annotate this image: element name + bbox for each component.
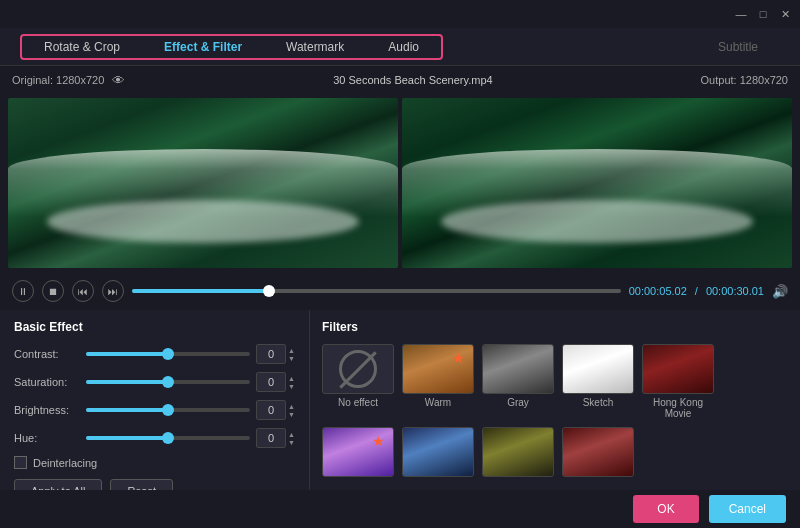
no-effect-circle (339, 350, 377, 388)
bottom-action-bar: OK Cancel (0, 490, 800, 528)
filter-label-hk: Hong Kong Movie (642, 397, 714, 419)
hue-value[interactable]: 0 (256, 428, 286, 448)
brightness-up-arrow[interactable]: ▲ (288, 403, 295, 410)
filter-thumb-row2-2 (402, 427, 474, 477)
hue-up-arrow[interactable]: ▲ (288, 431, 295, 438)
saturation-fill (86, 380, 168, 384)
video-preview (0, 94, 800, 272)
hue-thumb[interactable] (162, 432, 174, 444)
playback-bar: ⏸ ⏹ ⏮ ⏭ 00:00:05.02 / 00:00:30.01 🔊 (0, 272, 800, 310)
tab-rotate-crop[interactable]: Rotate & Crop (22, 36, 142, 58)
prev-button[interactable]: ⏮ (72, 280, 94, 302)
filter-thumb-row2-3 (482, 427, 554, 477)
maximize-button[interactable]: □ (756, 7, 770, 21)
progress-fill (132, 289, 269, 293)
saturation-thumb[interactable] (162, 376, 174, 388)
filter-thumb-gray (482, 344, 554, 394)
tab-bar: Rotate & Crop Effect & Filter Watermark … (0, 28, 800, 66)
brightness-down-arrow[interactable]: ▼ (288, 411, 295, 418)
eye-icon[interactable]: 👁 (112, 73, 125, 88)
contrast-label: Contrast: (14, 348, 86, 360)
brightness-slider[interactable] (86, 408, 250, 412)
filter-hk[interactable]: Hong Kong Movie (642, 344, 714, 419)
minimize-button[interactable]: — (734, 7, 748, 21)
deinterlace-label: Deinterlacing (33, 457, 97, 469)
time-separator: / (695, 285, 698, 297)
filter-no-effect[interactable]: No effect (322, 344, 394, 419)
progress-thumb[interactable] (263, 285, 275, 297)
deinterlace-row: Deinterlacing (14, 456, 295, 469)
filter-row2-3[interactable] (482, 427, 554, 480)
filter-label-warm: Warm (425, 397, 451, 408)
current-time: 00:00:05.02 (629, 285, 687, 297)
filter-thumb-row2-4 (562, 427, 634, 477)
brightness-fill (86, 408, 168, 412)
filter-warm[interactable]: Warm (402, 344, 474, 419)
progress-track[interactable] (132, 289, 621, 293)
saturation-up-arrow[interactable]: ▲ (288, 375, 295, 382)
filter-gray[interactable]: Gray (482, 344, 554, 419)
contrast-row: Contrast: 0 ▲ ▼ (14, 344, 295, 364)
hue-slider[interactable] (86, 436, 250, 440)
tab-audio[interactable]: Audio (366, 36, 441, 58)
contrast-value[interactable]: 0 (256, 344, 286, 364)
saturation-slider[interactable] (86, 380, 250, 384)
saturation-spinner[interactable]: ▲ ▼ (288, 375, 295, 390)
hue-spinner[interactable]: ▲ ▼ (288, 431, 295, 446)
contrast-slider[interactable] (86, 352, 250, 356)
hue-down-arrow[interactable]: ▼ (288, 439, 295, 446)
tab-watermark[interactable]: Watermark (264, 36, 366, 58)
contrast-up-arrow[interactable]: ▲ (288, 347, 295, 354)
contrast-spinner[interactable]: ▲ ▼ (288, 347, 295, 362)
title-bar: — □ ✕ (0, 0, 800, 28)
hue-label: Hue: (14, 432, 86, 444)
next-button[interactable]: ⏭ (102, 280, 124, 302)
cancel-button[interactable]: Cancel (709, 495, 786, 523)
stop-button[interactable]: ⏹ (42, 280, 64, 302)
hue-row: Hue: 0 ▲ ▼ (14, 428, 295, 448)
filters-title: Filters (322, 320, 788, 334)
filter-sketch[interactable]: Sketch (562, 344, 634, 419)
pause-button[interactable]: ⏸ (12, 280, 34, 302)
hue-fill (86, 436, 168, 440)
brightness-spinner[interactable]: ▲ ▼ (288, 403, 295, 418)
deinterlace-checkbox[interactable] (14, 456, 27, 469)
ok-button[interactable]: OK (633, 495, 698, 523)
filter-label-no-effect: No effect (338, 397, 378, 408)
contrast-down-arrow[interactable]: ▼ (288, 355, 295, 362)
filter-label-gray: Gray (507, 397, 529, 408)
contrast-thumb[interactable] (162, 348, 174, 360)
total-time: 00:00:30.01 (706, 285, 764, 297)
filter-label-sketch: Sketch (583, 397, 614, 408)
contrast-fill (86, 352, 168, 356)
filter-thumb-row2-1 (322, 427, 394, 477)
brightness-label: Brightness: (14, 404, 86, 416)
tab-effect-filter[interactable]: Effect & Filter (142, 36, 264, 58)
output-video-frame (402, 98, 792, 268)
basic-effect-title: Basic Effect (14, 320, 295, 334)
filters-grid: No effect Warm Gray Sketch Hong Kong Mov… (322, 344, 788, 480)
filter-thumb-sketch (562, 344, 634, 394)
tab-subtitle[interactable]: Subtitle (696, 36, 780, 58)
saturation-value[interactable]: 0 (256, 372, 286, 392)
filter-thumb-no-effect (322, 344, 394, 394)
saturation-row: Saturation: 0 ▲ ▼ (14, 372, 295, 392)
close-button[interactable]: ✕ (778, 7, 792, 21)
output-resolution: Output: 1280x720 (701, 74, 788, 86)
filter-row2-2[interactable] (402, 427, 474, 480)
brightness-value[interactable]: 0 (256, 400, 286, 420)
saturation-down-arrow[interactable]: ▼ (288, 383, 295, 390)
filter-thumb-hk (642, 344, 714, 394)
video-filename: 30 Seconds Beach Scenery.mp4 (125, 74, 700, 86)
filter-row2-4[interactable] (562, 427, 634, 480)
brightness-thumb[interactable] (162, 404, 174, 416)
video-info-bar: Original: 1280x720 👁 30 Seconds Beach Sc… (0, 66, 800, 94)
filter-thumb-warm (402, 344, 474, 394)
filter-row2-1[interactable] (322, 427, 394, 480)
original-video-frame (8, 98, 398, 268)
volume-icon[interactable]: 🔊 (772, 284, 788, 299)
saturation-label: Saturation: (14, 376, 86, 388)
brightness-row: Brightness: 0 ▲ ▼ (14, 400, 295, 420)
original-resolution: Original: 1280x720 (12, 74, 104, 86)
